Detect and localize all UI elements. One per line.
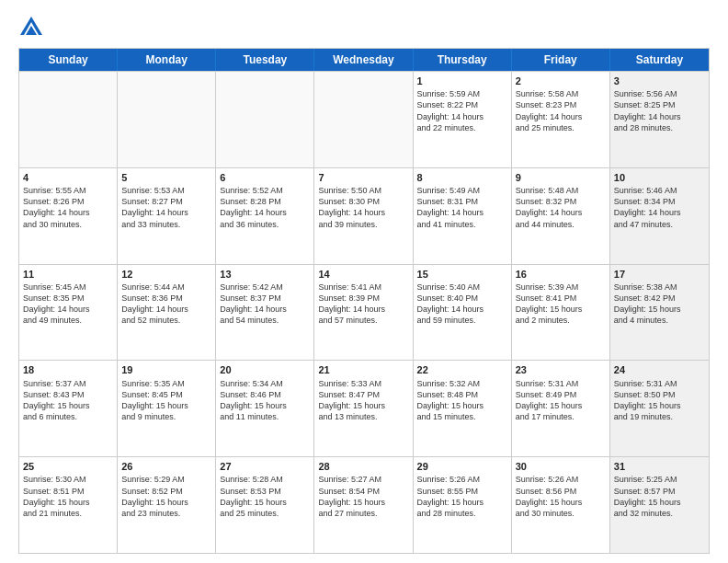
day-number: 28 <box>318 460 408 473</box>
day-number: 3 <box>614 75 705 87</box>
day-cell-21: 21Sunrise: 5:33 AM Sunset: 8:47 PM Dayli… <box>314 361 413 456</box>
day-info: Sunrise: 5:26 AM Sunset: 8:55 PM Dayligh… <box>417 474 507 519</box>
day-number: 9 <box>516 171 606 184</box>
day-number: 12 <box>121 268 211 281</box>
logo-icon <box>18 15 44 40</box>
calendar-row-4: 25Sunrise: 5:30 AM Sunset: 8:51 PM Dayli… <box>19 456 709 553</box>
day-number: 26 <box>121 460 211 473</box>
day-cell-13: 13Sunrise: 5:42 AM Sunset: 8:37 PM Dayli… <box>216 265 314 361</box>
calendar-row-3: 18Sunrise: 5:37 AM Sunset: 8:43 PM Dayli… <box>19 360 709 456</box>
day-number: 11 <box>23 268 113 281</box>
day-cell-26: 26Sunrise: 5:29 AM Sunset: 8:52 PM Dayli… <box>118 457 216 553</box>
empty-cell-0-3 <box>314 72 413 167</box>
day-number: 14 <box>318 268 408 281</box>
day-info: Sunrise: 5:31 AM Sunset: 8:50 PM Dayligh… <box>614 378 705 423</box>
day-number: 8 <box>417 171 507 184</box>
day-number: 21 <box>318 363 408 376</box>
day-info: Sunrise: 5:56 AM Sunset: 8:25 PM Dayligh… <box>614 88 705 133</box>
day-header-wednesday: Wednesday <box>314 49 413 71</box>
day-cell-25: 25Sunrise: 5:30 AM Sunset: 8:51 PM Dayli… <box>19 457 118 553</box>
day-cell-8: 8Sunrise: 5:49 AM Sunset: 8:31 PM Daylig… <box>414 168 512 264</box>
day-cell-10: 10Sunrise: 5:46 AM Sunset: 8:34 PM Dayli… <box>610 168 709 264</box>
day-cell-22: 22Sunrise: 5:32 AM Sunset: 8:48 PM Dayli… <box>414 361 512 456</box>
page: SundayMondayTuesdayWednesdayThursdayFrid… <box>0 0 728 563</box>
day-number: 22 <box>417 363 507 376</box>
day-info: Sunrise: 5:31 AM Sunset: 8:49 PM Dayligh… <box>516 378 606 423</box>
day-info: Sunrise: 5:29 AM Sunset: 8:52 PM Dayligh… <box>121 474 211 519</box>
day-number: 25 <box>23 460 113 473</box>
day-number: 10 <box>614 171 705 184</box>
day-number: 30 <box>516 460 606 473</box>
empty-cell-0-2 <box>216 72 314 167</box>
day-info: Sunrise: 5:35 AM Sunset: 8:45 PM Dayligh… <box>121 378 211 423</box>
day-info: Sunrise: 5:38 AM Sunset: 8:42 PM Dayligh… <box>614 282 705 327</box>
day-number: 5 <box>121 171 211 184</box>
calendar-row-2: 11Sunrise: 5:45 AM Sunset: 8:35 PM Dayli… <box>19 264 709 361</box>
day-info: Sunrise: 5:33 AM Sunset: 8:47 PM Dayligh… <box>318 378 408 423</box>
day-info: Sunrise: 5:30 AM Sunset: 8:51 PM Dayligh… <box>23 474 113 519</box>
day-number: 18 <box>23 363 113 376</box>
day-header-friday: Friday <box>512 49 610 71</box>
day-number: 16 <box>516 268 606 281</box>
day-cell-9: 9Sunrise: 5:48 AM Sunset: 8:32 PM Daylig… <box>512 168 610 264</box>
day-cell-18: 18Sunrise: 5:37 AM Sunset: 8:43 PM Dayli… <box>19 361 118 456</box>
day-number: 20 <box>220 363 310 376</box>
day-info: Sunrise: 5:42 AM Sunset: 8:37 PM Dayligh… <box>220 282 310 327</box>
day-info: Sunrise: 5:44 AM Sunset: 8:36 PM Dayligh… <box>121 282 211 327</box>
day-info: Sunrise: 5:55 AM Sunset: 8:26 PM Dayligh… <box>23 185 113 230</box>
day-info: Sunrise: 5:25 AM Sunset: 8:57 PM Dayligh… <box>614 474 705 519</box>
day-number: 6 <box>220 171 310 184</box>
day-info: Sunrise: 5:58 AM Sunset: 8:23 PM Dayligh… <box>516 88 606 133</box>
day-cell-17: 17Sunrise: 5:38 AM Sunset: 8:42 PM Dayli… <box>610 265 709 361</box>
day-cell-15: 15Sunrise: 5:40 AM Sunset: 8:40 PM Dayli… <box>414 265 512 361</box>
day-info: Sunrise: 5:39 AM Sunset: 8:41 PM Dayligh… <box>516 282 606 327</box>
day-cell-4: 4Sunrise: 5:55 AM Sunset: 8:26 PM Daylig… <box>19 168 118 264</box>
day-number: 29 <box>417 460 507 473</box>
day-cell-14: 14Sunrise: 5:41 AM Sunset: 8:39 PM Dayli… <box>314 265 413 361</box>
empty-cell-0-1 <box>118 72 216 167</box>
day-number: 13 <box>220 268 310 281</box>
day-cell-16: 16Sunrise: 5:39 AM Sunset: 8:41 PM Dayli… <box>512 265 610 361</box>
day-cell-3: 3Sunrise: 5:56 AM Sunset: 8:25 PM Daylig… <box>610 72 709 167</box>
day-cell-31: 31Sunrise: 5:25 AM Sunset: 8:57 PM Dayli… <box>610 457 709 553</box>
day-info: Sunrise: 5:53 AM Sunset: 8:27 PM Dayligh… <box>121 185 211 230</box>
day-number: 17 <box>614 268 705 281</box>
calendar-row-1: 4Sunrise: 5:55 AM Sunset: 8:26 PM Daylig… <box>19 167 709 264</box>
day-number: 1 <box>417 75 507 87</box>
day-cell-19: 19Sunrise: 5:35 AM Sunset: 8:45 PM Dayli… <box>118 361 216 456</box>
day-cell-12: 12Sunrise: 5:44 AM Sunset: 8:36 PM Dayli… <box>118 265 216 361</box>
day-info: Sunrise: 5:34 AM Sunset: 8:46 PM Dayligh… <box>220 378 310 423</box>
day-cell-6: 6Sunrise: 5:52 AM Sunset: 8:28 PM Daylig… <box>216 168 314 264</box>
day-cell-28: 28Sunrise: 5:27 AM Sunset: 8:54 PM Dayli… <box>314 457 413 553</box>
day-info: Sunrise: 5:41 AM Sunset: 8:39 PM Dayligh… <box>318 282 408 327</box>
day-cell-30: 30Sunrise: 5:26 AM Sunset: 8:56 PM Dayli… <box>512 457 610 553</box>
day-cell-2: 2Sunrise: 5:58 AM Sunset: 8:23 PM Daylig… <box>512 72 610 167</box>
day-cell-24: 24Sunrise: 5:31 AM Sunset: 8:50 PM Dayli… <box>610 361 709 456</box>
header <box>18 15 710 40</box>
day-info: Sunrise: 5:49 AM Sunset: 8:31 PM Dayligh… <box>417 185 507 230</box>
day-cell-27: 27Sunrise: 5:28 AM Sunset: 8:53 PM Dayli… <box>216 457 314 553</box>
day-info: Sunrise: 5:37 AM Sunset: 8:43 PM Dayligh… <box>23 378 113 423</box>
calendar-row-0: 1Sunrise: 5:59 AM Sunset: 8:22 PM Daylig… <box>19 71 709 167</box>
day-header-monday: Monday <box>118 49 216 71</box>
day-number: 4 <box>23 171 113 184</box>
day-number: 7 <box>318 171 408 184</box>
day-cell-23: 23Sunrise: 5:31 AM Sunset: 8:49 PM Dayli… <box>512 361 610 456</box>
day-info: Sunrise: 5:59 AM Sunset: 8:22 PM Dayligh… <box>417 88 507 133</box>
day-info: Sunrise: 5:46 AM Sunset: 8:34 PM Dayligh… <box>614 185 705 230</box>
day-info: Sunrise: 5:40 AM Sunset: 8:40 PM Dayligh… <box>417 282 507 327</box>
day-header-tuesday: Tuesday <box>216 49 314 71</box>
day-cell-29: 29Sunrise: 5:26 AM Sunset: 8:55 PM Dayli… <box>414 457 512 553</box>
day-header-thursday: Thursday <box>414 49 512 71</box>
calendar-body: 1Sunrise: 5:59 AM Sunset: 8:22 PM Daylig… <box>19 71 709 553</box>
logo <box>18 15 48 40</box>
day-info: Sunrise: 5:50 AM Sunset: 8:30 PM Dayligh… <box>318 185 408 230</box>
calendar-header: SundayMondayTuesdayWednesdayThursdayFrid… <box>19 49 709 71</box>
day-number: 27 <box>220 460 310 473</box>
empty-cell-0-0 <box>19 72 118 167</box>
day-info: Sunrise: 5:48 AM Sunset: 8:32 PM Dayligh… <box>516 185 606 230</box>
day-info: Sunrise: 5:52 AM Sunset: 8:28 PM Dayligh… <box>220 185 310 230</box>
day-cell-5: 5Sunrise: 5:53 AM Sunset: 8:27 PM Daylig… <box>118 168 216 264</box>
day-number: 2 <box>516 75 606 87</box>
day-header-sunday: Sunday <box>19 49 118 71</box>
